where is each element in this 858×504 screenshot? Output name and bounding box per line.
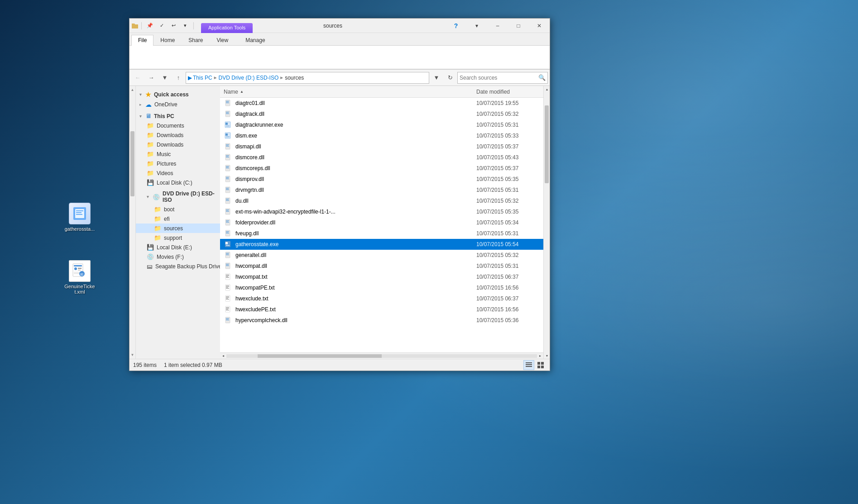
desktop-icon-genuineticket[interactable]: IE GenuineTicke t.xml <box>62 260 98 295</box>
horizontal-scrollbar: ◂ ▸ <box>220 352 543 359</box>
table-row[interactable]: fveupg.dll 10/07/2015 05:31 <box>220 228 543 239</box>
svg-rect-58 <box>226 221 229 222</box>
svg-rect-42 <box>226 178 229 178</box>
recent-locations-button[interactable]: ▼ <box>158 71 171 84</box>
minimize-button[interactable]: – <box>487 19 508 33</box>
table-row[interactable]: dismcore.dll 10/07/2015 05:43 <box>220 152 543 163</box>
nav-this-pc[interactable]: ▾ 🖥 This PC <box>136 111 220 121</box>
dll-file-icon <box>224 251 233 260</box>
qat-dropdown-btn[interactable]: ▾ <box>180 20 191 31</box>
maximize-button[interactable]: □ <box>508 19 529 33</box>
table-row[interactable]: ext-ms-win-advapi32-encryptedfile-l1-1-.… <box>220 206 543 217</box>
nav-boot[interactable]: 📁 boot <box>136 204 220 214</box>
table-row[interactable]: drvmgrtn.dll 10/07/2015 05:31 <box>220 185 543 195</box>
h-scroll-left-btn[interactable]: ◂ <box>220 353 226 359</box>
details-view-button[interactable] <box>523 360 534 370</box>
address-breadcrumb[interactable]: ▶ This PC ► DVD Drive (D:) ESD-ISO ► sou… <box>186 72 429 84</box>
file-date: 10/07/2015 05:31 <box>476 187 540 193</box>
file-date: 10/07/2015 06:37 <box>476 274 540 280</box>
nav-downloads-1[interactable]: 📁 Downloads <box>136 130 220 140</box>
breadcrumb-dropdown-btn[interactable]: ▼ <box>430 71 443 84</box>
nav-efi[interactable]: 📁 efi <box>136 214 220 223</box>
table-row[interactable]: diagtrack.dll 10/07/2015 05:32 <box>220 109 543 119</box>
nav-scroll-up[interactable]: ▲ <box>131 88 134 92</box>
h-scroll-right-btn[interactable]: ▸ <box>537 353 543 359</box>
close-button[interactable]: ✕ <box>529 19 550 33</box>
breadcrumb-dvd[interactable]: DVD Drive (D:) ESD-ISO <box>219 75 279 81</box>
table-row[interactable]: hwexclude.txt 10/07/2015 06:37 <box>220 293 543 304</box>
tab-view[interactable]: View <box>210 35 235 46</box>
table-row-selected[interactable]: gatherosstate.exe 10/07/2015 05:54 <box>220 239 543 250</box>
svg-rect-43 <box>226 179 229 179</box>
help-button[interactable]: ? <box>446 19 466 33</box>
nav-scroll-down[interactable]: ▼ <box>131 353 134 357</box>
table-row[interactable]: hypervcomplcheck.dll 10/07/2015 05:36 <box>220 315 543 326</box>
table-row[interactable]: dismcoreps.dll 10/07/2015 05:37 <box>220 163 543 174</box>
v-scroll-up-btn[interactable]: ▴ <box>544 86 550 92</box>
table-row[interactable]: du.dll 10/07/2015 05:32 <box>220 195 543 206</box>
nav-dvd-d[interactable]: ▾ 💿 DVD Drive (D:) ESD-ISO <box>136 189 220 204</box>
nav-quick-access[interactable]: ▾ ★ Quick access <box>136 90 220 100</box>
nav-music[interactable]: 📁 Music <box>136 149 220 159</box>
table-row[interactable]: hwcompatPE.txt 10/07/2015 16:56 <box>220 282 543 293</box>
tab-home[interactable]: Home <box>153 35 182 46</box>
table-row[interactable]: dismapi.dll 10/07/2015 05:37 <box>220 141 543 152</box>
tiles-view-button[interactable] <box>535 360 546 370</box>
svg-rect-73 <box>226 265 229 265</box>
downloads-label-1: Downloads <box>157 132 183 138</box>
qat-pin-btn[interactable]: 📌 <box>144 20 155 31</box>
nav-sources[interactable]: 📁 sources <box>136 223 220 233</box>
col-name-header[interactable]: Name ▲ <box>224 89 476 95</box>
table-row[interactable]: diagtrc01.dll 10/07/2015 19:55 <box>220 98 543 109</box>
file-list-body: diagtrc01.dll 10/07/2015 19:55 diagtrack… <box>220 98 543 352</box>
dvd-d-icon: 💿 <box>153 194 160 200</box>
nav-videos[interactable]: 📁 Videos <box>136 168 220 178</box>
nav-local-e[interactable]: 💾 Local Disk (E:) <box>136 242 220 252</box>
desktop-icon-gatherosstate[interactable]: gatherossta... <box>62 203 98 232</box>
svg-rect-96 <box>226 318 229 319</box>
table-row[interactable]: hwexcludePE.txt 10/07/2015 16:56 <box>220 304 543 315</box>
svg-rect-9 <box>78 270 81 271</box>
qat-save-btn[interactable]: ✓ <box>156 20 167 31</box>
nav-local-c[interactable]: 💾 Local Disk (C:) <box>136 178 220 187</box>
nav-documents[interactable]: 📁 Documents <box>136 121 220 130</box>
dll-file-icon <box>224 218 233 227</box>
v-scroll-down-btn[interactable]: ▾ <box>544 352 550 359</box>
address-bar: ← → ▼ ↑ ▶ This PC ► DVD Drive (D:) ESD-I… <box>129 70 550 86</box>
up-button[interactable]: ↑ <box>172 71 185 84</box>
table-row[interactable]: diagtrackrunner.exe 10/07/2015 05:31 <box>220 119 543 130</box>
table-row[interactable]: dism.exe 10/07/2015 05:33 <box>220 130 543 141</box>
tab-share[interactable]: Share <box>182 35 210 46</box>
breadcrumb-arrow[interactable]: ▶ <box>188 75 192 81</box>
file-date: 10/07/2015 05:37 <box>476 165 540 171</box>
this-pc-label: This PC <box>154 113 174 119</box>
dll-file-icon <box>224 262 233 271</box>
col-date-header[interactable]: Date modified <box>476 89 540 95</box>
collapse-ribbon-btn[interactable]: ▾ <box>466 19 487 33</box>
tab-file[interactable]: File <box>131 35 153 46</box>
forward-button[interactable]: → <box>145 71 158 84</box>
file-name: hwexclude.txt <box>235 295 476 302</box>
nav-movies-f[interactable]: 💿 Movies (F:) <box>136 252 220 262</box>
table-row[interactable]: generaltel.dll 10/07/2015 05:32 <box>220 250 543 261</box>
nav-downloads-2[interactable]: 📁 Downloads <box>136 140 220 149</box>
nav-pictures[interactable]: 📁 Pictures <box>136 159 220 168</box>
onedrive-chevron: ▸ <box>139 102 142 107</box>
qat-undo-btn[interactable]: ↩ <box>168 20 179 31</box>
file-name: dism.exe <box>235 133 476 139</box>
app-tools-tab[interactable]: Application Tools <box>201 23 253 33</box>
tab-manage[interactable]: Manage <box>239 35 272 46</box>
back-button[interactable]: ← <box>131 71 144 84</box>
search-input[interactable] <box>460 75 537 81</box>
nav-seagate-g[interactable]: 🖴 Seagate Backup Plus Drive (G:) <box>136 262 220 271</box>
search-icon[interactable]: 🔍 <box>538 74 546 81</box>
breadcrumb-this-pc[interactable]: This PC <box>193 75 212 81</box>
refresh-button[interactable]: ↻ <box>444 71 456 84</box>
nav-onedrive[interactable]: ▸ ☁ OneDrive <box>136 100 220 109</box>
desktop-icon-label-1: gatherossta... <box>62 226 98 232</box>
table-row[interactable]: dismprov.dll 10/07/2015 05:35 <box>220 174 543 185</box>
nav-support[interactable]: 📁 support <box>136 233 220 242</box>
table-row[interactable]: hwcompat.txt 10/07/2015 06:37 <box>220 271 543 282</box>
table-row[interactable]: hwcompat.dll 10/07/2015 05:31 <box>220 261 543 271</box>
table-row[interactable]: folderprovider.dll 10/07/2015 05:34 <box>220 217 543 228</box>
